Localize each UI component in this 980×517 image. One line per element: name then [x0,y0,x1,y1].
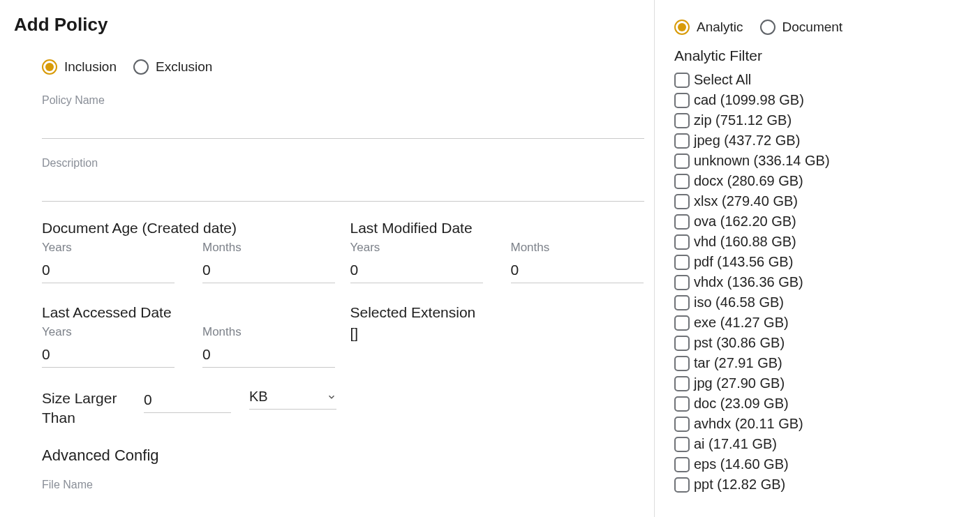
doc-age-months-input[interactable] [202,259,335,283]
policy-name-input[interactable] [42,111,644,139]
radio-analytic[interactable]: Analytic [674,20,743,35]
checkbox-icon [674,295,690,310]
radio-icon-unselected [133,59,149,75]
size-unit-value: KB [249,389,268,405]
checkbox-icon [674,336,690,351]
check-item-label: tar (27.91 GB) [694,355,782,371]
check-item-2[interactable]: zip (751.12 GB) [674,110,967,130]
check-item-16[interactable]: doc (23.09 GB) [674,394,967,414]
check-item-label: iso (46.58 GB) [694,294,784,310]
check-item-label: xlsx (279.40 GB) [694,193,798,209]
check-item-label: pdf (143.56 GB) [694,254,793,270]
selected-extension-block: Selected Extension [] [350,304,645,368]
right-panel: Analytic Document Analytic Filter Select… [655,0,980,517]
last-accessed-block: Last Accessed Date Years Months [42,304,336,368]
checkbox-icon [674,133,690,149]
check-item-12[interactable]: exe (41.27 GB) [674,313,967,333]
size-larger-than-row: Size Larger Than KB [42,389,644,428]
analytic-filter-title: Analytic Filter [674,47,972,64]
check-item-10[interactable]: vhdx (136.36 GB) [674,272,967,292]
last-accessed-years-label: Years [42,325,175,339]
description-label: Description [42,157,644,170]
check-item-label: ppt (12.82 GB) [694,477,785,493]
checkbox-icon [674,93,690,108]
checkbox-icon [674,315,690,331]
check-item-label: vhdx (136.36 GB) [694,274,803,290]
checkbox-icon [674,356,690,371]
check-item-11[interactable]: iso (46.58 GB) [674,292,967,313]
doc-age-years-input[interactable] [42,259,175,283]
check-item-4[interactable]: unknown (336.14 GB) [674,151,967,171]
check-item-6[interactable]: xlsx (279.40 GB) [674,191,967,211]
extension-check-list[interactable]: Select Allcad (1099.98 GB)zip (751.12 GB… [674,70,972,509]
radio-exclusion[interactable]: Exclusion [133,59,212,75]
check-item-8[interactable]: vhd (160.88 GB) [674,232,967,252]
check-item-label: jpg (27.90 GB) [694,375,785,391]
check-item-1[interactable]: cad (1099.98 GB) [674,90,967,110]
checkbox-icon [674,214,690,230]
check-item-label: avhdx (20.11 GB) [694,416,803,432]
radio-document[interactable]: Document [760,20,843,35]
checkbox-icon [674,396,690,412]
last-accessed-months-input[interactable] [202,343,335,368]
radio-document-label: Document [782,20,843,35]
checkbox-icon [674,457,690,472]
checkbox-icon [674,174,690,189]
page-title: Add Policy [14,14,654,36]
filter-mode-radio-group: Analytic Document [674,20,972,35]
check-item-13[interactable]: pst (30.86 GB) [674,333,967,353]
last-modified-months-label: Months [511,241,644,255]
checkbox-icon [674,73,690,88]
last-accessed-years-input[interactable] [42,343,175,368]
check-item-label: ova (162.20 GB) [694,213,796,230]
size-larger-than-label: Size Larger Than [42,389,126,428]
radio-icon-unselected [760,20,775,35]
radio-icon-selected [42,59,57,75]
policy-name-label: Policy Name [42,94,644,107]
check-item-15[interactable]: jpg (27.90 GB) [674,373,967,394]
checkbox-icon [674,417,690,432]
doc-age-years-label: Years [42,241,175,255]
check-item-19[interactable]: eps (14.60 GB) [674,454,967,474]
description-field: Description [42,157,644,202]
check-item-17[interactable]: avhdx (20.11 GB) [674,414,967,434]
check-item-0[interactable]: Select All [674,70,967,90]
check-item-3[interactable]: jpeg (437.72 GB) [674,130,967,151]
check-item-label: jpeg (437.72 GB) [694,133,800,149]
file-name-input[interactable] [42,495,644,517]
check-item-9[interactable]: pdf (143.56 GB) [674,252,967,272]
chevron-down-icon [327,392,336,402]
last-accessed-heading: Last Accessed Date [42,304,336,321]
radio-exclusion-label: Exclusion [156,59,212,75]
checkbox-icon [674,275,690,290]
check-item-label: vhd (160.88 GB) [694,234,796,250]
check-item-18[interactable]: ai (17.41 GB) [674,434,967,454]
radio-inclusion[interactable]: Inclusion [42,59,117,75]
check-item-20[interactable]: ppt (12.82 GB) [674,474,967,495]
last-modified-heading: Last Modified Date [350,220,645,237]
doc-age-block: Document Age (Created date) Years Months [42,220,336,283]
size-value-input[interactable] [144,389,231,413]
check-item-14[interactable]: tar (27.91 GB) [674,353,967,373]
file-name-field: File Name [42,479,644,517]
selected-extension-value: [] [350,325,645,342]
radio-inclusion-label: Inclusion [64,59,117,75]
doc-age-months-label: Months [202,241,335,255]
file-name-label: File Name [42,479,644,491]
check-item-5[interactable]: docx (280.69 GB) [674,171,967,191]
description-input[interactable] [42,174,644,202]
checkbox-icon [674,194,690,209]
radio-analytic-label: Analytic [697,20,743,35]
last-modified-years-label: Years [350,241,483,255]
size-unit-select[interactable]: KB [249,389,336,410]
last-modified-months-input[interactable] [511,259,644,283]
last-modified-years-input[interactable] [350,259,483,283]
checkbox-icon [674,113,690,128]
left-panel: Add Policy Inclusion Exclusion Policy Na… [0,0,655,517]
check-item-7[interactable]: ova (162.20 GB) [674,211,967,232]
last-accessed-months-label: Months [202,325,335,339]
advanced-config-heading: Advanced Config [42,447,644,465]
last-modified-block: Last Modified Date Years Months [350,220,645,283]
check-item-label: zip (751.12 GB) [694,112,792,128]
check-item-label: doc (23.09 GB) [694,396,789,412]
